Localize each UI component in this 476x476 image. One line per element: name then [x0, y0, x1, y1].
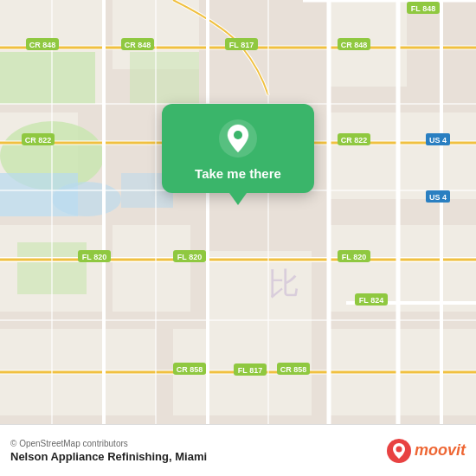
map-view: 比 CR 848 [0, 0, 476, 424]
moovit-logo[interactable]: moovit [387, 439, 466, 463]
svg-text:CR 822: CR 822 [341, 136, 368, 145]
svg-rect-18 [130, 52, 199, 104]
bottom-bar: © OpenStreetMap contributors Nelson Appl… [0, 424, 476, 476]
svg-rect-15 [0, 52, 95, 104]
svg-text:比: 比 [268, 267, 299, 301]
svg-text:US 4: US 4 [429, 136, 447, 145]
location-popup[interactable]: Take me there [162, 104, 314, 193]
svg-text:CR 848: CR 848 [125, 41, 151, 49]
svg-text:FL 820: FL 820 [82, 253, 106, 261]
svg-text:CR 822: CR 822 [25, 136, 52, 145]
svg-text:FL 824: FL 824 [359, 296, 383, 305]
svg-rect-5 [113, 225, 190, 312]
svg-point-77 [234, 131, 242, 139]
location-info: © OpenStreetMap contributors Nelson Appl… [10, 439, 207, 463]
svg-text:FL 817: FL 817 [229, 41, 254, 49]
popup-label: Take me there [195, 166, 281, 181]
svg-text:FL 820: FL 820 [342, 253, 366, 261]
svg-text:FL 817: FL 817 [238, 366, 262, 375]
pin-icon [219, 119, 257, 158]
attribution-text: © OpenStreetMap contributors [10, 439, 207, 448]
svg-rect-9 [398, 113, 476, 199]
moovit-brand-text: moovit [415, 441, 466, 460]
svg-text:CR 848: CR 848 [341, 41, 368, 49]
svg-point-20 [52, 182, 121, 216]
svg-text:CR 848: CR 848 [29, 41, 56, 49]
svg-text:US 4: US 4 [429, 193, 447, 202]
svg-text:CR 858: CR 858 [177, 365, 203, 374]
moovit-brand-icon [387, 439, 411, 463]
svg-text:CR 858: CR 858 [280, 365, 307, 374]
svg-rect-10 [398, 225, 476, 312]
svg-text:FL 848: FL 848 [411, 4, 435, 13]
location-name: Nelson Appliance Refinishing, Miami [10, 450, 207, 463]
svg-rect-7 [329, 113, 407, 199]
svg-text:FL 820: FL 820 [177, 253, 202, 261]
svg-point-79 [396, 446, 402, 452]
